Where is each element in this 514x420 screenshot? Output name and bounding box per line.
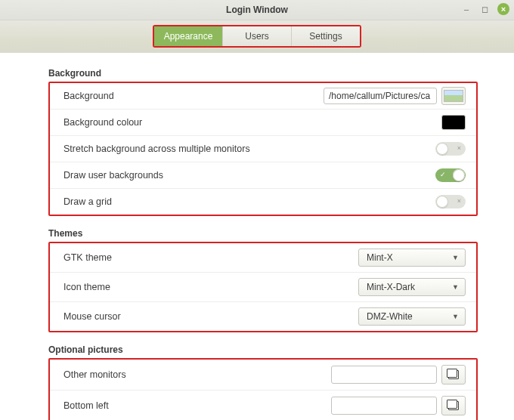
- label-gtk-theme: GTK theme: [63, 252, 112, 263]
- tabbar: Appearance Users Settings: [153, 25, 361, 48]
- label-bottom-left: Bottom left: [63, 400, 109, 411]
- row-icon-theme: Icon theme Mint-X-Dark ▼: [50, 273, 476, 302]
- row-mouse-cursor: Mouse cursor DMZ-White ▼: [50, 302, 476, 331]
- toggle-draw-grid[interactable]: ×: [435, 195, 466, 208]
- login-window-app: Login Window – ◻ × Appearance Users Sett…: [0, 0, 514, 420]
- maximize-button[interactable]: ◻: [479, 4, 490, 14]
- section-heading-background: Background: [48, 68, 478, 79]
- toggle-stretch-monitors[interactable]: ×: [435, 142, 466, 156]
- label-other-monitors: Other monitors: [63, 369, 126, 380]
- dropdown-icon-theme[interactable]: Mint-X-Dark ▼: [358, 278, 466, 296]
- other-monitors-browse-button[interactable]: [441, 365, 466, 384]
- toggle-draw-user-backgrounds[interactable]: ✓: [435, 168, 466, 182]
- row-draw-user-backgrounds: Draw user backgrounds ✓: [50, 162, 476, 189]
- label-background: Background: [63, 91, 114, 101]
- dropdown-gtk-theme[interactable]: Mint-X ▼: [358, 249, 466, 267]
- background-colour-swatch[interactable]: [441, 115, 466, 130]
- dropdown-icon-value: Mint-X-Dark: [367, 282, 415, 292]
- row-other-monitors: Other monitors: [50, 360, 476, 391]
- dropdown-gtk-value: Mint-X: [367, 252, 393, 263]
- window-controls: – ◻ ×: [461, 3, 509, 15]
- row-stretch-monitors: Stretch background across multiple monit…: [50, 136, 476, 162]
- landscape-thumb-icon: [444, 90, 463, 102]
- tab-settings[interactable]: Settings: [292, 26, 360, 46]
- minimize-button[interactable]: –: [461, 4, 472, 14]
- tab-appearance[interactable]: Appearance: [154, 26, 223, 46]
- row-background-colour: Background colour: [50, 110, 476, 136]
- chevron-down-icon: ▼: [452, 313, 459, 320]
- image-browse-icon: [448, 401, 459, 410]
- label-stretch-monitors: Stretch background across multiple monit…: [63, 144, 250, 154]
- content-area: Background Background Background colour …: [0, 53, 514, 420]
- background-path-input[interactable]: [324, 88, 437, 104]
- label-draw-grid: Draw a grid: [63, 196, 112, 207]
- tabbar-container: Appearance Users Settings: [0, 20, 514, 53]
- bottom-left-browse-button[interactable]: [441, 396, 466, 415]
- label-background-colour: Background colour: [63, 117, 142, 128]
- chevron-down-icon: ▼: [452, 283, 459, 291]
- tab-users[interactable]: Users: [223, 26, 292, 46]
- other-monitors-input[interactable]: [331, 366, 437, 384]
- chevron-down-icon: ▼: [452, 254, 459, 261]
- bottom-left-input[interactable]: [331, 397, 437, 415]
- label-mouse-cursor: Mouse cursor: [63, 311, 121, 322]
- section-heading-optional: Optional pictures: [48, 344, 478, 355]
- titlebar: Login Window – ◻ ×: [0, 0, 514, 20]
- optional-panel: Other monitors Bottom left: [48, 358, 478, 420]
- image-browse-icon: [448, 370, 459, 379]
- background-picker-button[interactable]: [441, 87, 466, 105]
- themes-panel: GTK theme Mint-X ▼ Icon theme Mint-X-Dar…: [48, 242, 478, 332]
- close-button[interactable]: ×: [497, 3, 509, 15]
- background-panel: Background Background colour Stretch bac…: [48, 82, 478, 216]
- row-draw-grid: Draw a grid ×: [50, 189, 476, 215]
- dropdown-cursor-value: DMZ-White: [367, 311, 413, 322]
- window-title: Login Window: [226, 5, 288, 15]
- label-icon-theme: Icon theme: [63, 282, 110, 292]
- section-heading-themes: Themes: [48, 228, 478, 239]
- dropdown-mouse-cursor[interactable]: DMZ-White ▼: [358, 307, 466, 326]
- row-background: Background: [50, 83, 476, 110]
- row-gtk-theme: GTK theme Mint-X ▼: [50, 243, 476, 273]
- label-draw-user: Draw user backgrounds: [63, 170, 163, 181]
- row-bottom-left: Bottom left: [50, 391, 476, 420]
